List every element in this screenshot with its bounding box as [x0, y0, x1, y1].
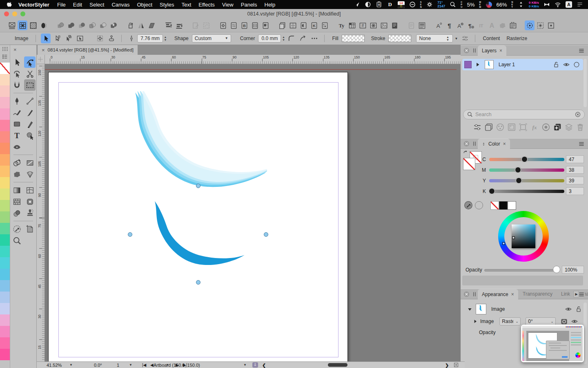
swatch-none[interactable]: [0, 63, 10, 74]
panel-drag-handle[interactable]: [472, 291, 477, 297]
effect-visibility-icon[interactable]: [571, 318, 578, 325]
swatch-color-24[interactable]: [0, 337, 10, 349]
swatch-color-11[interactable]: [0, 188, 10, 200]
swatch-color-19[interactable]: [0, 280, 10, 292]
layer-disclosure-icon[interactable]: [475, 62, 481, 67]
slider-track-K[interactable]: [489, 190, 564, 193]
document-tab[interactable]: × 0814.vstyler [RGB] [@41.5%] - [Modifie…: [38, 45, 138, 55]
bool5-icon[interactable]: [98, 20, 108, 30]
mask-icon[interactable]: [560, 318, 568, 325]
appearance-visibility-icon[interactable]: [565, 305, 572, 313]
page-number[interactable]: 1: [117, 362, 119, 368]
camera-button[interactable]: [541, 123, 550, 132]
panel-menu-icon[interactable]: [578, 291, 585, 298]
prev-page-button[interactable]: ◀: [150, 362, 154, 368]
wifi-icon[interactable]: [555, 1, 561, 8]
color-mode-toggle-icon[interactable]: [482, 141, 486, 147]
swatch-color-14[interactable]: [0, 223, 10, 234]
swatch-black[interactable]: [499, 201, 508, 210]
alignbot-icon[interactable]: [174, 20, 184, 30]
stroke-swatch[interactable]: [388, 35, 411, 42]
brush-stroke-light[interactable]: [130, 91, 267, 189]
color-wheel[interactable]: [498, 211, 549, 262]
docpages-icon[interactable]: [261, 20, 270, 30]
artboard-dropdown[interactable]: ▼: [243, 362, 247, 368]
selection-handle-left[interactable]: [128, 232, 132, 237]
expand-right-chevron[interactable]: ❯: [445, 362, 449, 368]
layer-color-tag[interactable]: [464, 61, 472, 68]
crop-tool[interactable]: [24, 223, 36, 235]
swatch-color-4[interactable]: [0, 108, 10, 120]
pattern-tool[interactable]: [11, 196, 22, 207]
slider-handle-Y[interactable]: [516, 177, 522, 184]
addnew-button[interactable]: [553, 123, 562, 132]
docb-icon[interactable]: B: [239, 20, 249, 30]
blobm-icon[interactable]: [497, 20, 507, 30]
search-clear-icon[interactable]: [575, 111, 581, 118]
menu-view[interactable]: View: [218, 2, 237, 8]
slider-value-Y[interactable]: 39: [566, 177, 584, 184]
dup2-button[interactable]: [484, 123, 493, 132]
corner-arc-icon[interactable]: [287, 34, 296, 43]
aoff-icon[interactable]: A: [455, 20, 465, 30]
layer-name[interactable]: Layer 1: [499, 62, 552, 67]
aring-icon[interactable]: A: [434, 20, 443, 30]
clipboard-icon[interactable]: ⌘: [376, 1, 382, 8]
tab-close-icon[interactable]: ×: [503, 141, 506, 147]
ellipsemask-icon[interactable]: [39, 20, 49, 30]
cpu-value[interactable]: 5%: [467, 2, 475, 8]
swatch-color-22[interactable]: [0, 314, 10, 326]
layerstack-button[interactable]: [564, 123, 573, 132]
magnet-tool[interactable]: [11, 79, 22, 91]
slider-handle-C[interactable]: [521, 156, 528, 162]
marquee-tool[interactable]: [24, 79, 36, 91]
bool4-icon[interactable]: [87, 20, 97, 30]
mem-value[interactable]: 66%: [497, 2, 507, 8]
width-stepper[interactable]: ▲▼: [163, 34, 168, 43]
panel-close-icon[interactable]: [463, 47, 470, 54]
poff-icon[interactable]: ¶: [466, 20, 475, 30]
docfx-icon[interactable]: [229, 20, 238, 30]
search-input[interactable]: Search: [463, 110, 585, 119]
stardoc-icon[interactable]: [368, 20, 378, 30]
sliders2-button[interactable]: [473, 123, 482, 132]
swatch-color-13[interactable]: [0, 211, 10, 223]
menu-styles[interactable]: Styles: [156, 2, 178, 8]
snapbox-icon[interactable]: [546, 20, 556, 30]
dnd-icon[interactable]: [409, 1, 416, 8]
collapse-left-chevron[interactable]: ❮: [262, 362, 266, 368]
search-icon[interactable]: [450, 1, 456, 8]
layers-scrollbar[interactable]: [584, 59, 587, 107]
caption-icon[interactable]: [417, 20, 427, 30]
zoom-dropdown[interactable]: ▼: [69, 362, 73, 368]
rasterize-select[interactable]: Rasteriz⌄: [499, 317, 521, 325]
lasso-tool[interactable]: [11, 68, 22, 79]
trash-button[interactable]: [576, 123, 585, 132]
swatch-color-25[interactable]: [0, 349, 10, 360]
shapeedit-tool[interactable]: [24, 130, 36, 141]
layer-row[interactable]: Layer 1: [462, 59, 583, 70]
hashdoc-icon[interactable]: #: [358, 20, 368, 30]
bool6-icon[interactable]: [109, 20, 118, 30]
docmoon-icon[interactable]: [298, 20, 308, 30]
pages-grid-icon[interactable]: [453, 362, 459, 368]
apple-menu-icon[interactable]: [6, 1, 12, 8]
calligraphy-tool[interactable]: [24, 118, 36, 130]
saturation-square[interactable]: [512, 224, 535, 248]
menu-edit[interactable]: Edit: [69, 2, 86, 8]
hue-marker[interactable]: [502, 242, 505, 245]
swatch-color-1[interactable]: [0, 74, 10, 85]
swatch-color-2[interactable]: [0, 85, 10, 97]
eyedropper-icon[interactable]: [464, 201, 473, 210]
slider-track-C[interactable]: [489, 158, 564, 161]
pencil-tool[interactable]: [11, 107, 22, 118]
swatch-color-21[interactable]: [0, 303, 10, 314]
width-field[interactable]: 7.76 mm: [137, 34, 163, 43]
ruler-origin-corner[interactable]: [37, 55, 45, 64]
fan-tool[interactable]: [24, 168, 36, 180]
doccols-icon[interactable]: [250, 20, 260, 30]
swatch-none[interactable]: [490, 201, 499, 210]
artboard-info[interactable]: Artboard (150.0, 150.0): [154, 362, 200, 368]
fill-swatch[interactable]: [342, 35, 365, 42]
panel-close-icon[interactable]: [463, 140, 470, 147]
